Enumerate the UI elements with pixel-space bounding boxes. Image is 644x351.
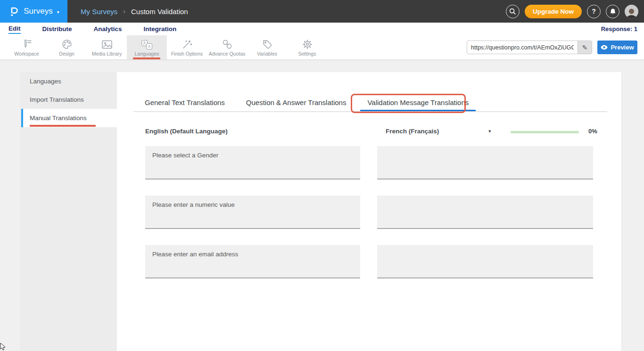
app-switcher[interactable]: Surveys ▾ (0, 0, 67, 23)
breadcrumb-current-survey: Custom Validation (131, 8, 188, 16)
toolbar-languages[interactable]: 文A Languages (127, 35, 167, 59)
target-text-email[interactable] (377, 245, 593, 278)
settings-gear-icon (302, 38, 313, 49)
source-text-gender[interactable]: Please select a Gender (145, 146, 360, 180)
tab-distribute[interactable]: Distribute (42, 24, 72, 33)
edit-url-button[interactable]: ✎ (578, 41, 592, 54)
breadcrumb: My Surveys › Custom Validation (81, 8, 188, 16)
toolbar-variables[interactable]: Variables (247, 35, 287, 59)
languages-panel: Languages Import Translations Manual Tra… (21, 72, 621, 351)
source-text-email[interactable]: Please enter an email address (145, 245, 360, 278)
media-library-icon (101, 38, 113, 49)
translation-tabs: General Text Translations Question & Ans… (133, 94, 607, 112)
translations-content: General Text Translations Question & Ans… (117, 72, 621, 351)
toolbar-settings[interactable]: Settings (287, 35, 327, 59)
help-button[interactable]: ? (587, 5, 601, 18)
target-text-numeric[interactable] (377, 196, 593, 229)
languages-translate-icon: 文A (141, 38, 152, 49)
tab-question-answer-translations[interactable]: Question & Answer Translations (239, 94, 354, 111)
mouse-cursor (0, 343, 7, 351)
header-actions: Upgrade Now ? (506, 0, 638, 23)
finish-options-wand-icon (182, 38, 192, 49)
help-icon: ? (592, 8, 596, 15)
eye-icon (601, 45, 608, 50)
sidebar-item-languages[interactable]: Languages (21, 72, 117, 90)
questionpro-logo-icon (8, 5, 19, 17)
design-palette-icon (62, 38, 72, 49)
annotation-underline-languages (133, 57, 160, 59)
tab-edit[interactable]: Edit (8, 24, 21, 34)
search-icon (509, 8, 516, 15)
search-button[interactable] (506, 5, 520, 18)
target-text-gender[interactable] (377, 146, 593, 180)
annotation-underline-manual-translations (30, 125, 96, 127)
sidebar-item-import-translations[interactable]: Import Translations (21, 90, 117, 109)
tab-validation-message-translations[interactable]: Validation Message Translations (360, 94, 476, 111)
preview-button[interactable]: Preview (597, 41, 637, 54)
toolbar-workspace[interactable]: Workspace (7, 35, 47, 59)
response-count[interactable]: Response: 1 (601, 25, 637, 33)
tab-general-text-translations[interactable]: General Text Translations (138, 94, 232, 111)
translation-progress-bar (511, 131, 579, 133)
tab-analytics[interactable]: Analytics (94, 24, 122, 33)
chevron-down-icon: ▾ (57, 9, 59, 15)
toolbar-design[interactable]: Design (47, 35, 87, 59)
source-language-label: English (Default Language) (145, 128, 228, 135)
page-background: Languages Import Translations Manual Tra… (0, 60, 644, 351)
sidebar-item-manual-translations[interactable]: Manual Translations (21, 109, 117, 127)
variables-tag-icon (262, 38, 272, 49)
bell-icon (610, 8, 616, 15)
advance-quotas-link-icon (222, 38, 232, 49)
target-language-select[interactable]: French (Français) (386, 128, 439, 135)
breadcrumb-separator-icon: › (123, 8, 125, 15)
pencil-icon: ✎ (582, 44, 588, 51)
notifications-button[interactable] (606, 5, 619, 18)
top-header: Surveys ▾ My Surveys › Custom Validation… (0, 0, 644, 23)
breadcrumb-my-surveys[interactable]: My Surveys (81, 8, 117, 16)
source-text-numeric[interactable]: Please enter a numeric value (145, 196, 360, 229)
edit-toolbar: Workspace Design Media Library 文A Langua… (0, 35, 644, 60)
survey-url-box: ✎ (467, 41, 592, 54)
avatar-photo (625, 7, 638, 18)
survey-url-input[interactable] (467, 41, 578, 54)
languages-sidebar: Languages Import Translations Manual Tra… (21, 72, 117, 351)
toolbar-media-library[interactable]: Media Library (87, 35, 127, 59)
app-menu-label: Surveys (24, 7, 52, 16)
chevron-down-icon[interactable]: ▾ (488, 128, 491, 134)
toolbar-finish-options[interactable]: Finish Options (167, 35, 207, 59)
upgrade-now-button[interactable]: Upgrade Now (525, 5, 582, 18)
tab-integration[interactable]: Integration (144, 24, 177, 33)
user-avatar[interactable] (625, 5, 638, 18)
translation-progress-percent: 0% (588, 128, 597, 135)
toolbar-advance-quotas[interactable]: Advance Quotas (207, 35, 247, 59)
workspace-icon (21, 38, 33, 49)
survey-subnav: Edit Distribute Analytics Integration Re… (0, 23, 644, 35)
